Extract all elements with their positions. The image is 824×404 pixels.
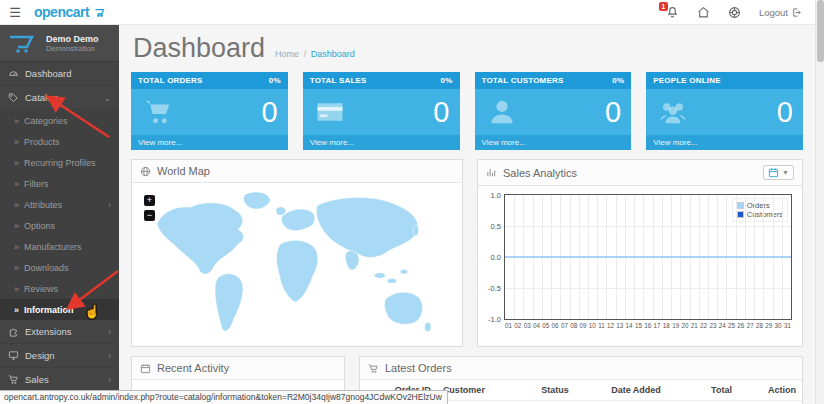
column-header-total: Total — [685, 380, 738, 401]
double-chevron-icon: » — [14, 137, 19, 147]
cart-icon — [141, 97, 175, 127]
help-lifering-icon[interactable] — [728, 6, 741, 19]
x-tick-label: 07 — [561, 322, 568, 329]
world-map-image — [136, 187, 458, 339]
y-tick-label: -1.0 — [488, 315, 501, 324]
sidebar-menu: Dashboard Catalog ⌄ — [0, 62, 119, 110]
sidebar-item-extensions[interactable]: Extensions › — [0, 320, 119, 344]
double-chevron-icon: » — [14, 200, 19, 210]
x-tick-label: 26 — [737, 322, 744, 329]
double-chevron-icon: » — [14, 305, 19, 315]
sidebar-item-downloads[interactable]: »Downloads — [0, 257, 119, 278]
column-header-action: Action — [738, 380, 802, 401]
sidebar: Demo Demo Demonstration Dashboard Catalo… — [0, 25, 119, 404]
x-tick-label: 01 — [505, 322, 512, 329]
sidebar-item-catalog[interactable]: Catalog ⌄ — [0, 86, 119, 110]
sidebar-item-label: Extensions — [25, 326, 71, 337]
view-more-link[interactable]: View more... — [303, 135, 460, 150]
tile-percent: 0% — [441, 76, 453, 85]
sign-out-icon — [791, 7, 802, 18]
chart-x-axis-labels: 0102030405060708091011121314151617181920… — [504, 320, 792, 329]
chart-legend: OrdersCustomers — [732, 198, 788, 222]
home-icon[interactable] — [697, 6, 710, 19]
logout-button[interactable]: Logout — [759, 7, 802, 18]
cart-icon — [8, 374, 19, 385]
sidebar-item-products[interactable]: »Products — [0, 131, 119, 152]
sidebar-item-options[interactable]: »Options — [0, 215, 119, 236]
sidebar-item-label: Information — [24, 305, 74, 315]
view-more-link[interactable]: View more... — [475, 135, 632, 150]
tile-total-customers: TOTAL CUSTOMERS0% 0 View more... — [475, 72, 632, 150]
date-range-button[interactable]: ▼ — [763, 165, 794, 180]
grid-line-horizontal — [505, 288, 791, 289]
tile-value: 0 — [777, 96, 793, 129]
notification-badge: 1 — [659, 2, 668, 11]
sidebar-item-attributes[interactable]: »Attributes› — [0, 194, 119, 215]
x-tick-label: 02 — [514, 322, 521, 329]
column-header-date-added: Date Added — [587, 380, 686, 401]
sidebar-item-label: Reviews — [24, 284, 58, 294]
view-more-link[interactable]: View more... — [646, 135, 803, 150]
column-header-customer: Customer — [437, 380, 523, 401]
y-tick-label: 0.5 — [491, 222, 501, 231]
x-tick-label: 16 — [644, 322, 651, 329]
x-tick-label: 14 — [626, 322, 633, 329]
breadcrumb-current-link[interactable]: Dashboard — [311, 49, 355, 59]
legend-item: Orders — [737, 201, 783, 210]
x-tick-label: 17 — [654, 322, 661, 329]
sidebar-item-filters[interactable]: »Filters — [0, 173, 119, 194]
notifications-bell-icon[interactable]: 1 — [666, 6, 679, 19]
x-tick-label: 25 — [728, 322, 735, 329]
caret-down-icon: ▼ — [782, 169, 789, 176]
menu-toggle-icon[interactable]: ☰ — [0, 5, 30, 20]
double-chevron-icon: » — [14, 284, 19, 294]
double-chevron-icon: » — [14, 263, 19, 273]
sidebar-item-label: Recurring Profiles — [24, 158, 96, 168]
sidebar-item-sales[interactable]: Sales › — [0, 368, 119, 392]
page-title: Dashboard — [133, 33, 265, 64]
panel-title: World Map — [157, 165, 210, 177]
sidebar-item-recurring-profiles[interactable]: »Recurring Profiles — [0, 152, 119, 173]
users-icon — [656, 97, 690, 127]
x-tick-label: 08 — [570, 322, 577, 329]
x-tick-label: 11 — [598, 322, 605, 329]
sidebar-item-label: Options — [24, 221, 55, 231]
panel-title: Latest Orders — [385, 362, 452, 374]
sales-analytics-chart: OrdersCustomers 1.00.50.0-0.5-1.0 010203… — [478, 186, 802, 346]
chevron-down-icon: ⌄ — [103, 93, 111, 103]
y-tick-label: 1.0 — [491, 191, 501, 200]
page-header: Dashboard Home / Dashboard — [133, 33, 803, 64]
map-zoom-in-button[interactable]: + — [144, 195, 155, 206]
main-content: Dashboard Home / Dashboard TOTAL ORDERS0… — [119, 25, 815, 404]
view-more-link[interactable]: View more... — [131, 135, 288, 150]
panel-title: Recent Activity — [157, 362, 229, 374]
sidebar-item-label: Products — [24, 137, 60, 147]
map-zoom-out-button[interactable]: − — [144, 210, 155, 221]
scrollbar-thumb[interactable] — [817, 0, 824, 62]
double-chevron-icon: » — [14, 179, 19, 189]
opencart-logo[interactable]: opencart — [34, 4, 108, 20]
sidebar-item-reviews[interactable]: »Reviews — [0, 278, 119, 299]
user-icon — [485, 97, 519, 127]
sidebar-item-design[interactable]: Design › — [0, 344, 119, 368]
sidebar-item-dashboard[interactable]: Dashboard — [0, 62, 119, 86]
world-map[interactable]: + − — [132, 183, 462, 343]
breadcrumb-separator: / — [304, 49, 307, 59]
sidebar-item-categories[interactable]: »Categories — [0, 110, 119, 131]
double-chevron-icon: » — [14, 116, 19, 126]
grid-line-horizontal — [505, 226, 791, 227]
x-tick-label: 20 — [681, 322, 688, 329]
tile-percent: 0% — [269, 76, 281, 85]
chevron-right-icon: › — [108, 375, 111, 385]
topbar-actions: 1 Logout — [666, 6, 824, 19]
sidebar-user-panel[interactable]: Demo Demo Demonstration — [0, 25, 119, 62]
y-tick-label: 0.0 — [491, 253, 501, 262]
orders-series-line — [505, 256, 791, 258]
breadcrumb-home-link[interactable]: Home — [275, 49, 299, 59]
sidebar-item-information[interactable]: »Information — [0, 299, 119, 320]
store-logo-cart-icon — [6, 32, 40, 54]
monitor-icon — [8, 350, 19, 361]
window-scrollbar[interactable] — [815, 0, 824, 404]
legend-swatch — [737, 202, 744, 209]
sidebar-item-manufacturers[interactable]: »Manufacturers — [0, 236, 119, 257]
